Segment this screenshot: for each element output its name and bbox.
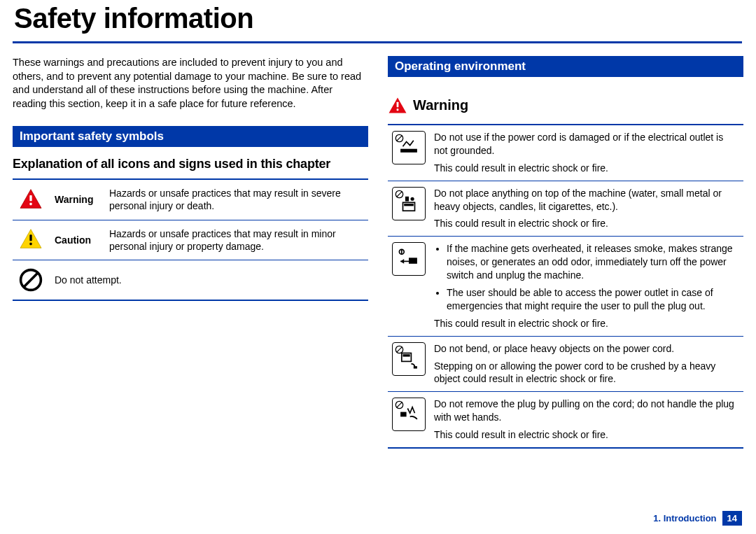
pictogram-overheat-unplug-icon (392, 242, 426, 276)
svg-rect-30 (414, 366, 417, 368)
svg-rect-10 (397, 102, 399, 108)
page-title: Safety information (0, 0, 756, 41)
svg-rect-3 (29, 203, 31, 205)
warning-heading-label: Warning (413, 97, 468, 113)
svg-rect-6 (29, 243, 31, 245)
left-column: These warnings and precautions are inclu… (13, 56, 368, 449)
symbol-desc: Do not attempt. (49, 260, 368, 301)
row-text: Do not place anything on top of the mach… (430, 181, 743, 237)
table-row: Do not attempt. (13, 260, 368, 301)
row-text: Do not bend, or place heavy objects on t… (430, 336, 743, 392)
svg-point-20 (411, 197, 414, 200)
symbol-label: Caution (49, 220, 104, 260)
svg-rect-23 (409, 258, 417, 265)
symbol-legend-table: Warning Hazards or unsafe practices that… (13, 180, 368, 301)
pictogram-damaged-cord-icon (392, 131, 426, 164)
svg-line-8 (24, 273, 38, 287)
table-row: Warning Hazards or unsafe practices that… (13, 180, 368, 220)
svg-rect-33 (400, 412, 407, 417)
row-text: Do not use if the power cord is damaged … (430, 125, 743, 181)
table-row: Do not remove the plug by pulling on the… (388, 392, 743, 448)
symbol-desc: Hazards or unsafe practices that may res… (104, 220, 368, 260)
svg-rect-19 (405, 196, 409, 201)
table-row: Do not bend, or place heavy objects on t… (388, 336, 743, 392)
svg-rect-2 (29, 195, 31, 201)
svg-rect-11 (397, 108, 399, 111)
right-column: Operating environment Warning (388, 56, 743, 449)
warning-triangle-icon (13, 180, 49, 220)
section-bar-symbols: Important safety symbols (13, 126, 368, 147)
footer-chapter: 1. Introduction (653, 513, 716, 524)
symbol-label: Warning (49, 180, 104, 220)
table-row: Do not place anything on top of the mach… (388, 181, 743, 237)
section-bar-operating-env: Operating environment (388, 56, 743, 77)
pictogram-wet-hands-plug-icon (392, 398, 426, 431)
svg-rect-18 (404, 204, 414, 206)
table-row: If the machine gets overheated, it relea… (388, 237, 743, 336)
footer-page-number: 14 (722, 511, 742, 526)
row-text: Do not remove the plug by pulling on the… (430, 392, 743, 448)
pictogram-bend-cord-icon (392, 342, 426, 376)
page-footer: 1. Introduction 14 (653, 511, 742, 526)
pictogram-objects-on-machine-icon (392, 187, 426, 220)
svg-rect-29 (403, 354, 410, 356)
warning-triangle-icon (388, 97, 407, 114)
operating-env-table: Do not use if the power cord is damaged … (388, 124, 743, 449)
table-row: Do not use if the power cord is damaged … (388, 125, 743, 181)
warning-heading: Warning (388, 97, 743, 114)
symbol-desc: Hazards or unsafe practices that may res… (104, 180, 368, 220)
row-text: If the machine gets overheated, it relea… (430, 237, 743, 336)
table-row: Caution Hazards or unsafe practices that… (13, 220, 368, 260)
content-columns: These warnings and precautions are inclu… (0, 43, 756, 449)
prohibition-icon (13, 260, 49, 301)
svg-rect-5 (29, 234, 31, 241)
svg-rect-14 (400, 149, 417, 153)
svg-marker-25 (400, 259, 404, 264)
caution-triangle-icon (13, 220, 49, 260)
intro-paragraph: These warnings and precautions are inclu… (13, 56, 368, 111)
subhead-symbols: Explanation of all icons and signs used … (13, 157, 368, 171)
